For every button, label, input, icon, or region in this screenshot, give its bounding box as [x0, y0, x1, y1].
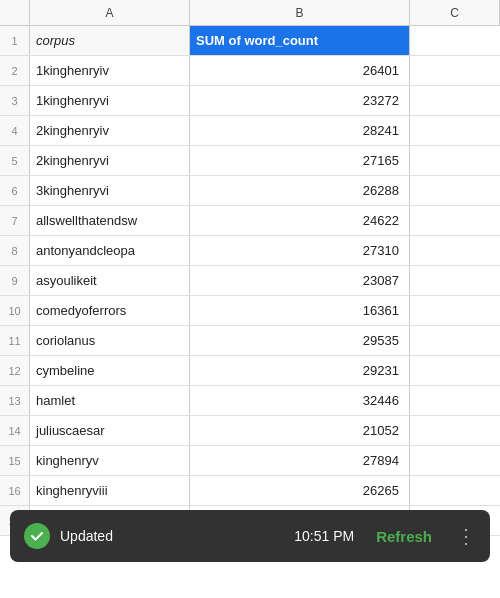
wordcount-cell[interactable]: 23087: [190, 266, 410, 295]
table-row: 10comedyoferrors16361: [0, 296, 500, 326]
c-cell: [410, 326, 500, 355]
wordcount-cell[interactable]: 27165: [190, 146, 410, 175]
c-cell: [410, 356, 500, 385]
corpus-cell[interactable]: 2kinghenryvi: [30, 146, 190, 175]
wordcount-cell[interactable]: 28241: [190, 116, 410, 145]
column-headers: A B C: [0, 0, 500, 26]
wordcount-cell[interactable]: 32446: [190, 386, 410, 415]
table-row: 12cymbeline29231: [0, 356, 500, 386]
row-num-cell: 2: [0, 56, 30, 85]
c-cell: [410, 176, 500, 205]
table-row: 7allswellthatendsw24622: [0, 206, 500, 236]
table-row: 16kinghenryviii26265: [0, 476, 500, 506]
corpus-cell[interactable]: juliuscaesar: [30, 416, 190, 445]
wordcount-cell[interactable]: 29231: [190, 356, 410, 385]
table-row: 15kinghenryv27894: [0, 446, 500, 476]
header-corpus-cell[interactable]: corpus: [30, 26, 190, 55]
corpus-cell[interactable]: comedyoferrors: [30, 296, 190, 325]
wordcount-cell[interactable]: 21052: [190, 416, 410, 445]
corpus-cell[interactable]: coriolanus: [30, 326, 190, 355]
table-row: 14juliuscaesar21052: [0, 416, 500, 446]
corpus-cell[interactable]: hamlet: [30, 386, 190, 415]
table-row: 8antonyandcleopa27310: [0, 236, 500, 266]
toast-status-label: Updated: [60, 528, 284, 544]
row-num-cell: 14: [0, 416, 30, 445]
table-row: 52kinghenryvi27165: [0, 146, 500, 176]
toast-time-label: 10:51 PM: [294, 528, 354, 544]
spreadsheet: A B C 1 corpus SUM of word_count 21kingh…: [0, 0, 500, 598]
c-cell: [410, 56, 500, 85]
row-num-cell: 12: [0, 356, 30, 385]
table-row: 31kinghenryvi23272: [0, 86, 500, 116]
wordcount-cell[interactable]: 26288: [190, 176, 410, 205]
row-num-cell: 4: [0, 116, 30, 145]
wordcount-cell[interactable]: 29535: [190, 326, 410, 355]
corpus-cell[interactable]: kinghenryv: [30, 446, 190, 475]
row-num-cell: 9: [0, 266, 30, 295]
wordcount-cell[interactable]: 27310: [190, 236, 410, 265]
corpus-cell[interactable]: kinghenryviii: [30, 476, 190, 505]
corpus-cell[interactable]: asyoulikeit: [30, 266, 190, 295]
c-cell: [410, 236, 500, 265]
row-num-cell: 5: [0, 146, 30, 175]
c-cell: [410, 146, 500, 175]
corpus-cell[interactable]: 1kinghenryiv: [30, 56, 190, 85]
header-wordcount-cell: SUM of word_count: [190, 26, 410, 55]
corpus-cell[interactable]: 3kinghenryvi: [30, 176, 190, 205]
c-cell: [410, 86, 500, 115]
c-cell: [410, 266, 500, 295]
row-num-cell: 6: [0, 176, 30, 205]
col-header-c: C: [410, 0, 500, 26]
corpus-cell[interactable]: cymbeline: [30, 356, 190, 385]
row-num-cell: 8: [0, 236, 30, 265]
wordcount-cell[interactable]: 24622: [190, 206, 410, 235]
row-num-cell: 13: [0, 386, 30, 415]
corpus-cell[interactable]: 1kinghenryvi: [30, 86, 190, 115]
c-cell: [410, 416, 500, 445]
toast-check-icon: [24, 523, 50, 549]
c-cell: [410, 116, 500, 145]
c-cell: [410, 386, 500, 415]
table-row: 13hamlet32446: [0, 386, 500, 416]
table-body: 21kinghenryiv2640131kinghenryvi2327242ki…: [0, 56, 500, 506]
corpus-cell[interactable]: allswellthatendsw: [30, 206, 190, 235]
c-cell: [410, 446, 500, 475]
wordcount-cell[interactable]: 16361: [190, 296, 410, 325]
table-row: 63kinghenryvi26288: [0, 176, 500, 206]
row-num-header: [0, 0, 30, 25]
wordcount-cell[interactable]: 26401: [190, 56, 410, 85]
row-num-cell: 16: [0, 476, 30, 505]
data-header-row: 1 corpus SUM of word_count: [0, 26, 500, 56]
row-num-cell: 7: [0, 206, 30, 235]
row-num-header-cell: 1: [0, 26, 30, 55]
table-row: 21kinghenryiv26401: [0, 56, 500, 86]
c-cell: [410, 476, 500, 505]
wordcount-cell[interactable]: 26265: [190, 476, 410, 505]
row-num-cell: 15: [0, 446, 30, 475]
table-row: 9asyoulikeit23087: [0, 266, 500, 296]
row-num-cell: 11: [0, 326, 30, 355]
wordcount-cell[interactable]: 27894: [190, 446, 410, 475]
col-header-a: A: [30, 0, 190, 26]
row-num-cell: 3: [0, 86, 30, 115]
header-c-cell: [410, 26, 500, 55]
col-header-b: B: [190, 0, 410, 26]
toast-notification: Updated 10:51 PM Refresh ⋮: [10, 510, 490, 562]
table-row: 11coriolanus29535: [0, 326, 500, 356]
c-cell: [410, 206, 500, 235]
toast-more-button[interactable]: ⋮: [456, 524, 476, 548]
wordcount-cell[interactable]: 23272: [190, 86, 410, 115]
corpus-cell[interactable]: antonyandcleopa: [30, 236, 190, 265]
row-num-cell: 10: [0, 296, 30, 325]
toast-refresh-button[interactable]: Refresh: [376, 528, 432, 545]
corpus-cell[interactable]: 2kinghenryiv: [30, 116, 190, 145]
c-cell: [410, 296, 500, 325]
table-row: 42kinghenryiv28241: [0, 116, 500, 146]
